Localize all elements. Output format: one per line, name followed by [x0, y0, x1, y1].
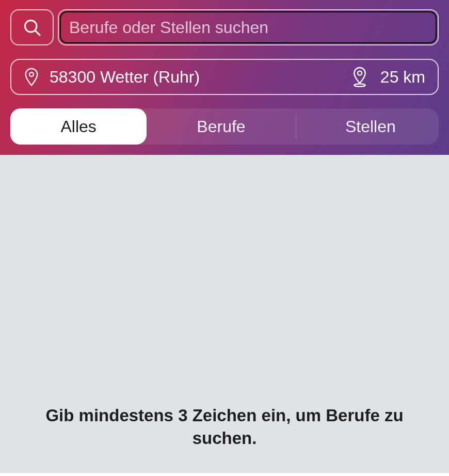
svg-point-2 [29, 72, 34, 76]
search-input[interactable] [59, 10, 438, 44]
filter-tabs: Alles Berufe Stellen [10, 108, 439, 145]
search-hint: Gib mindestens 3 Zeichen ein, um Berufe … [39, 404, 410, 450]
distance-pin-icon [351, 67, 368, 87]
search-icon [23, 18, 41, 37]
location-pin-icon [24, 67, 39, 87]
svg-point-3 [358, 71, 362, 75]
search-input-container [58, 9, 439, 45]
search-icon-button[interactable] [10, 9, 54, 45]
distance-value: 25 km [379, 68, 425, 87]
tab-positions[interactable]: Stellen [302, 108, 439, 145]
location-value: 58300 Wetter (Ruhr) [50, 68, 341, 87]
location-row[interactable]: 58300 Wetter (Ruhr) 25 km [10, 59, 439, 95]
search-header: 58300 Wetter (Ruhr) 25 km Alles Berufe S… [0, 0, 449, 155]
search-row [10, 9, 439, 45]
tab-divider [296, 115, 296, 138]
svg-line-1 [35, 30, 40, 35]
results-area: Gib mindestens 3 Zeichen ein, um Berufe … [0, 155, 449, 473]
svg-point-4 [354, 84, 365, 86]
tab-jobs[interactable]: Berufe [153, 108, 289, 145]
tab-all[interactable]: Alles [10, 108, 147, 145]
